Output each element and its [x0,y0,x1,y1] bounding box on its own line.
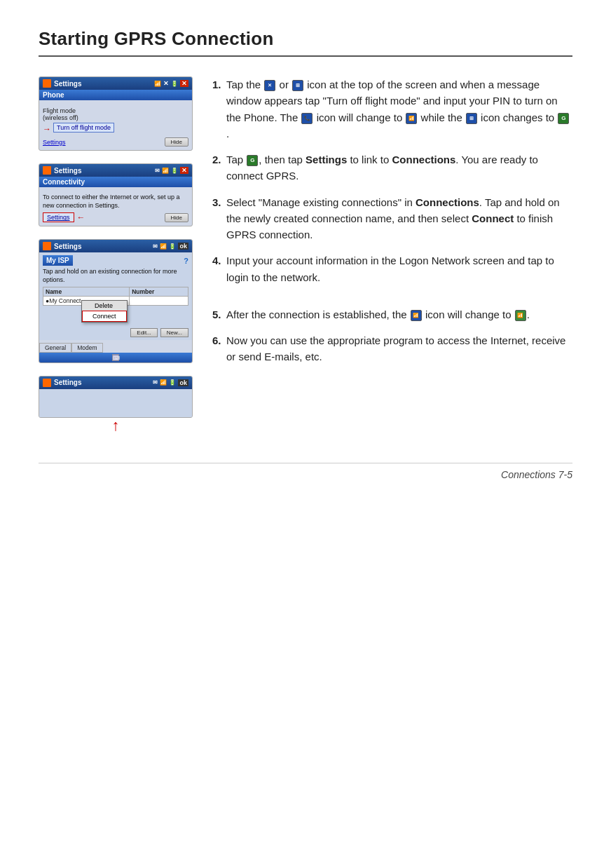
signal3-icon: 📶 [160,243,167,250]
step1-text: Tap the ✕ or ⊞ icon at the top of the sc… [226,76,572,142]
signal4-icon: 📶 [160,379,167,386]
step3-text: Select "Manage existing connections" in … [226,194,572,243]
connectivity-text: To connect to either the Internet or wor… [43,194,188,210]
phone-bar-icon: 📶 [406,113,417,124]
col-name-header: Name [43,287,130,296]
screen3-body: My ISP ? Tap and hold on an existing con… [39,252,192,339]
screen3-toolbar: ⌨ [39,353,192,362]
screen1-titlebar: Settings 📶 ✕ 🔋 ✕ [39,77,192,90]
screen3-title: Settings [54,243,81,250]
screen2-icons: ✉ 📶 🔋 ✕ [155,167,188,174]
my-isp-header: My ISP [43,255,73,266]
tab-modem[interactable]: Modem [71,343,102,353]
step-6: 6. Now you can use the appropriate progr… [212,332,572,365]
red-arrow-up-icon: ↑ [39,416,193,435]
network-x-icon: ✕ [163,80,169,87]
signal-x-icon: ✕ [264,80,275,91]
screen4-wrapper: Settings ✉ 📶 🔋 ok ↑ [39,376,193,435]
connection-number-cell [130,296,188,305]
envelope-icon: ✉ [155,168,160,174]
connections-bold-2: Connections [416,196,479,208]
arrow-right-icon: → [43,124,51,134]
footer-text: Connections 7-5 [501,469,572,480]
step2-number: 2. [212,151,224,184]
windows-icon-3 [43,242,51,250]
screen3-titlebar: Settings ✉ 📶 🔋 ok [39,240,192,252]
close2-icon[interactable]: ✕ [180,167,188,174]
screen3-mockup: Settings ✉ 📶 🔋 ok My ISP ? Tap and hold … [39,239,193,362]
step-3: 3. Select "Manage existing connections" … [212,194,572,243]
windows-icon-4 [43,379,51,387]
signal-icon: 📶 [154,81,161,87]
connections-bold: Connections [392,154,455,165]
signal2-icon: 📶 [162,168,169,174]
network-icon: ⊞ [292,80,303,91]
edit-button[interactable]: Edit... [130,328,157,337]
screen4-title: Settings [54,379,81,386]
step1-number: 1. [212,76,224,142]
step2-text: Tap G, then tap Settings to link to Conn… [226,151,572,184]
screen1-title: Settings [54,80,81,88]
screen2-body: To connect to either the Internet or wor… [39,190,192,226]
close-icon[interactable]: ✕ [180,80,188,87]
signal5-icon: 📶 [411,310,422,321]
instructions-column: 1. Tap the ✕ or ⊞ icon at the top of the… [212,76,572,375]
step5-text: After the connection is established, the… [226,306,572,323]
screen2-titlebar: Settings ✉ 📶 🔋 ✕ [39,164,192,177]
network-x2-icon: ⊞ [466,113,477,124]
title-divider [39,55,572,57]
step6-text: Now you can use the appropriate program … [226,332,572,365]
windows-icon-2 [43,166,51,175]
keyboard-icon[interactable]: ⌨ [112,354,119,361]
connect-menu-item[interactable]: Connect [82,311,127,322]
footer: Connections 7-5 [39,463,572,480]
new-button[interactable]: New... [160,328,188,337]
close3-icon[interactable]: ok [178,243,188,250]
screen2-title: Settings [54,167,81,175]
arrow-left-icon: ← [77,212,85,222]
settings-btn-row: Settings ← Hide [43,212,188,222]
envelope2-icon: ✉ [153,243,158,250]
step5-number: 5. [212,306,224,323]
col-number-header: Number [130,287,188,296]
screen3-tabs: General Modem [39,343,192,353]
isp-help-text: Tap and hold on an existing connection f… [43,268,188,284]
windows-icon [43,79,51,88]
hide-button-1[interactable]: Hide [165,137,188,147]
screen4-mockup: Settings ✉ 📶 🔋 ok [39,376,193,418]
step4-text: Input your account information in the Lo… [226,252,572,285]
screen4-icons: ✉ 📶 🔋 ok [153,379,188,386]
signal6-icon: 📶 [515,310,526,321]
flight-mode-label: Flight mode (wireless off) [43,107,188,121]
turn-off-flight-mode-button[interactable]: Turn off flight mode [53,123,114,133]
context-menu: Delete Connect [81,300,128,323]
delete-menu-item[interactable]: Delete [82,301,127,311]
g-icon: G [558,113,569,124]
isp-edit-row: Edit... New... [43,328,188,337]
hide-button-2[interactable]: Hide [165,213,188,222]
step-4: 4. Input your account information in the… [212,252,572,285]
envelope3-icon: ✉ [153,379,158,386]
screen4-body [39,389,192,417]
step-2: 2. Tap G, then tap Settings to link to C… [212,151,572,184]
battery2-icon: 🔋 [171,168,178,174]
battery-icon: 🔋 [171,81,178,87]
page-title: Starting GPRS Connection [39,28,572,50]
tab-general[interactable]: General [39,343,71,353]
left-column: Settings 📶 ✕ 🔋 ✕ Phone Flight mode (wire… [39,76,193,435]
battery4-icon: 🔋 [169,379,176,386]
close4-icon[interactable]: ok [178,379,188,386]
settings-outlined-button[interactable]: Settings [43,212,74,222]
screen2-mockup: Settings ✉ 📶 🔋 ✕ Connectivity To connect… [39,163,193,226]
screen3-icons: ✉ 📶 🔋 ok [153,243,188,250]
step3-number: 3. [212,194,224,243]
screen1-body: Flight mode (wireless off) → Turn off fl… [39,103,192,150]
help-icon[interactable]: ? [184,257,188,265]
battery3-icon: 🔋 [169,243,176,250]
screen1-section: Phone [39,90,192,100]
connect-bold: Connect [472,212,514,224]
g-icon-2: G [247,155,258,166]
settings-link[interactable]: Settings [43,139,66,146]
settings-bold: Settings [306,154,347,165]
step-5: 5. After the connection is established, … [212,306,572,323]
